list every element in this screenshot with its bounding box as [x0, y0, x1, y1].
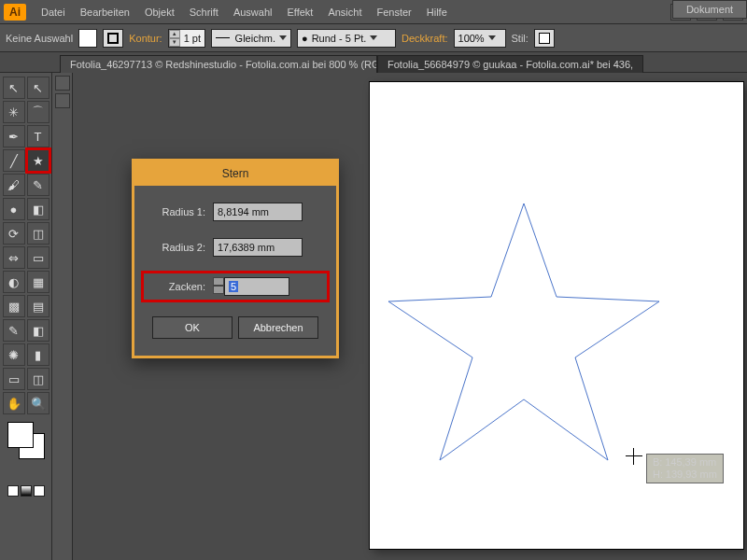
- menu-datei[interactable]: Datei: [34, 0, 73, 24]
- menu-bearbeiten[interactable]: Bearbeiten: [73, 0, 137, 24]
- radius2-label: Radius 2:: [148, 242, 205, 253]
- document-setup-button[interactable]: Dokument: [672, 0, 747, 19]
- control-bar: Keine Auswahl Kontur: ▲▼1 pt Gleichm. ●R…: [0, 24, 747, 52]
- gradient-mode-icon[interactable]: [21, 485, 32, 497]
- stroke-label: Kontur:: [129, 33, 162, 44]
- points-stepper[interactable]: [213, 277, 224, 296]
- pen-tool[interactable]: ✒: [3, 125, 25, 147]
- left-gutter: [52, 73, 73, 560]
- blend-tool[interactable]: ◧: [27, 319, 49, 342]
- magic-wand-tool[interactable]: ✳: [3, 101, 25, 123]
- graphic-style[interactable]: [534, 29, 555, 48]
- perspective-grid-tool[interactable]: ▦: [27, 271, 49, 293]
- dash-profile[interactable]: Gleichm.: [211, 29, 291, 48]
- free-transform-tool[interactable]: ▭: [27, 246, 49, 269]
- gradient-tool[interactable]: ▤: [27, 295, 49, 317]
- menu-effekt[interactable]: Effekt: [279, 0, 320, 24]
- menu-ansicht[interactable]: Ansicht: [320, 0, 369, 24]
- zoom-tool[interactable]: 🔍: [27, 392, 49, 414]
- points-field[interactable]: 5: [224, 277, 289, 296]
- points-label: Zacken:: [148, 281, 205, 292]
- selection-tool[interactable]: ↖: [3, 77, 25, 99]
- star-shape[interactable]: [388, 203, 659, 465]
- radius1-field[interactable]: [213, 203, 303, 221]
- menu-schrift[interactable]: Schrift: [182, 0, 226, 24]
- selection-status: Keine Auswahl: [6, 33, 73, 44]
- none-mode-icon[interactable]: [34, 485, 45, 497]
- tools-panel: ↖↖✳⌒✒T╱★🖌✎●◧⟳◫⇔▭◐▦▩▤✎◧✺▮▭◫✋🔍: [0, 73, 52, 560]
- svg-marker-0: [388, 203, 659, 460]
- gutter-icon[interactable]: [55, 76, 70, 91]
- fill-swatch[interactable]: [78, 29, 97, 48]
- radius1-label: Radius 1:: [148, 206, 205, 217]
- style-label: Stil:: [512, 33, 529, 44]
- column-graph-tool[interactable]: ▮: [27, 343, 49, 366]
- stroke-swatch[interactable]: [103, 29, 123, 48]
- brush-definition[interactable]: ●Rund - 5 Pt.: [297, 29, 396, 48]
- shape-builder-tool[interactable]: ◐: [3, 271, 25, 293]
- dialog-title: Stern: [134, 161, 336, 186]
- canvas-area: B: 145,39 mm H: 139,93 mm Stern Radius 1…: [52, 73, 747, 560]
- opacity-label: Deckkraft:: [402, 33, 448, 44]
- stroke-weight[interactable]: ▲▼1 pt: [168, 29, 205, 48]
- menu-bar: Ai Datei Bearbeiten Objekt Schrift Auswa…: [0, 0, 747, 24]
- eraser-tool[interactable]: ◧: [27, 198, 49, 220]
- ok-button[interactable]: OK: [152, 316, 233, 339]
- slice-tool[interactable]: ◫: [27, 368, 49, 390]
- tab-document-2[interactable]: Fotolia_56684979 © guukaa - Fotolia.com.…: [377, 55, 643, 73]
- menu-hilfe[interactable]: Hilfe: [419, 0, 455, 24]
- width-tool[interactable]: ⇔: [3, 246, 25, 269]
- menu-fenster[interactable]: Fenster: [369, 0, 418, 24]
- direct-selection-tool[interactable]: ↖: [27, 77, 49, 99]
- fill-color[interactable]: [7, 422, 34, 448]
- mesh-tool[interactable]: ▩: [3, 295, 25, 317]
- color-mode-icon[interactable]: [7, 485, 19, 497]
- lasso-tool[interactable]: ⌒: [27, 101, 49, 123]
- rotate-tool[interactable]: ⟳: [3, 222, 25, 245]
- star-tool[interactable]: ★: [27, 149, 49, 172]
- radius2-field[interactable]: [213, 238, 303, 257]
- hand-tool[interactable]: ✋: [3, 392, 25, 414]
- cancel-button[interactable]: Abbrechen: [238, 316, 318, 339]
- tab-document-1[interactable]: Fotolia_46297713 © Redshinestudio - Foto…: [60, 55, 377, 73]
- scale-tool[interactable]: ◫: [27, 222, 49, 245]
- type-tool[interactable]: T: [27, 125, 49, 147]
- opacity-field[interactable]: 100%: [454, 29, 506, 48]
- document-tabs: Fotolia_46297713 © Redshinestudio - Foto…: [0, 52, 747, 73]
- pencil-tool[interactable]: ✎: [27, 174, 49, 196]
- app-logo: Ai: [4, 4, 26, 21]
- symbol-sprayer-tool[interactable]: ✺: [3, 343, 25, 366]
- paintbrush-tool[interactable]: 🖌: [3, 174, 25, 196]
- eyedropper-tool[interactable]: ✎: [3, 319, 25, 342]
- artboard-tool[interactable]: ▭: [3, 368, 25, 390]
- gutter-icon[interactable]: [55, 93, 70, 108]
- blob-brush-tool[interactable]: ●: [3, 198, 25, 220]
- fill-stroke-control[interactable]: [7, 422, 45, 459]
- star-dialog: Stern Radius 1: Radius 2: Zacken: 5: [132, 159, 339, 358]
- menu-auswahl[interactable]: Auswahl: [226, 0, 280, 24]
- dimensions-tooltip: B: 145,39 mm H: 139,93 mm: [646, 454, 724, 483]
- line-segment-tool[interactable]: ╱: [3, 149, 25, 172]
- menu-objekt[interactable]: Objekt: [137, 0, 182, 24]
